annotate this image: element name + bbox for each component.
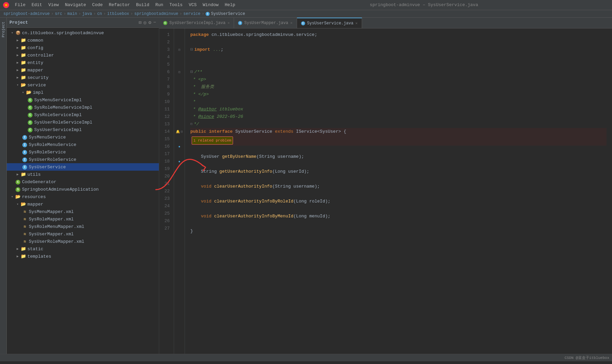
tree-item-mapper[interactable]: ▶ 📁 mapper <box>7 66 159 74</box>
fold-icon-6[interactable]: ⊟ <box>178 70 180 74</box>
tree-label-SysMenuServiceImpl: SysMenuServiceImpl <box>34 98 82 103</box>
menu-view[interactable]: View <box>45 2 61 8</box>
menu-run[interactable]: Run <box>153 2 166 8</box>
menu-code[interactable]: Code <box>89 2 105 8</box>
menu-vcs[interactable]: VCS <box>186 2 199 8</box>
breadcrumb-sep-4: › <box>93 12 96 16</box>
tree-item-entity[interactable]: ▶ 📁 entity <box>7 59 159 66</box>
impl-icon-16[interactable]: ● <box>178 145 180 149</box>
tree-item-SysRoleMenuServiceImpl[interactable]: C SysRoleMenuServiceImpl <box>7 104 159 111</box>
tree-item-SysRoleMapper-xml[interactable]: ≋ SysRoleMapper.xml <box>7 215 159 223</box>
fold-icon-import[interactable]: ⊟ <box>178 48 180 52</box>
tree-item-SysUserServiceImpl[interactable]: C SysUserServiceImpl <box>7 126 159 133</box>
folder-mapper-res-icon: 📂 <box>20 201 26 207</box>
menu-refactor[interactable]: Refactor <box>106 2 132 8</box>
tree-item-SysMenuService[interactable]: I SysMenuService <box>7 133 159 141</box>
tree-item-templates[interactable]: ▶ 📁 templates <box>7 253 159 260</box>
tree-item-service[interactable]: ▾ 📂 service <box>7 81 159 89</box>
tree-item-SysMenuServiceImpl[interactable]: C SysMenuServiceImpl <box>7 96 159 104</box>
breadcrumb-cn[interactable]: cn <box>97 12 102 16</box>
breadcrumb-service[interactable]: service <box>183 12 200 16</box>
tree-item-SysUserService[interactable]: I SysUserService <box>7 163 159 171</box>
tree-item-common[interactable]: ▶ 📁 common <box>7 37 159 44</box>
tree-item-SysUserMapper-xml[interactable]: ≋ SysUserMapper.xml <box>7 230 159 238</box>
tree-item-SysUserRoleService[interactable]: I SysUserRoleService <box>7 156 159 163</box>
java-iface-icon-5: I <box>22 164 28 170</box>
menu-tools[interactable]: Tools <box>167 2 185 8</box>
fold-icon-14[interactable]: ⊟ <box>181 130 183 134</box>
breadcrumb-main[interactable]: main <box>67 12 77 16</box>
code-line-4 <box>190 53 607 61</box>
breadcrumb-sysuserservice[interactable]: SysUserService <box>211 12 245 16</box>
tree-item-SysMenuMapper-xml[interactable]: ≋ SysMenuMapper.xml <box>7 208 159 215</box>
tree-label-controller: controller <box>27 53 54 58</box>
menu-help[interactable]: Help <box>222 2 238 8</box>
tree-item-CodeGenerator[interactable]: C CodeGenerator <box>7 178 159 186</box>
menu-file[interactable]: File <box>12 2 28 8</box>
tree-item-SysRoleServiceImpl[interactable]: C SysRoleServiceImpl <box>7 111 159 119</box>
implement-icon-14[interactable]: 🔔 <box>176 130 180 134</box>
collapse-all-icon[interactable]: ⊟ <box>139 20 141 25</box>
code-content[interactable]: package cn.itbluebox.springbootadminvue.… <box>185 28 612 354</box>
code-line-24: void clearUserAuthorityInfoByMenuId(Long… <box>190 213 607 220</box>
tree-label-SysRoleMenuMapper-xml: SysRoleMenuMapper.xml <box>29 224 84 229</box>
tab-SysUserService[interactable]: I SysUserService.java ✕ <box>297 18 362 28</box>
breadcrumb-project[interactable]: springboot-adminvue <box>3 12 50 16</box>
menu-bar: File Edit View Navigate Code Refactor Bu… <box>0 0 612 10</box>
breadcrumb-itbluebox[interactable]: itbluebox <box>107 12 129 16</box>
menu-navigate[interactable]: Navigate <box>62 2 89 8</box>
tree-arrow-config: ▶ <box>15 46 20 50</box>
folder-entity-icon: 📁 <box>20 60 26 65</box>
tree-item-utils[interactable]: ▶ 📁 utils <box>7 171 159 178</box>
code-line-21 <box>190 190 607 198</box>
tree-item-SysRoleService[interactable]: I SysRoleService <box>7 148 159 156</box>
tree-root-package[interactable]: ▾ 📦 cn.itbluebox.springbootadminvue <box>7 29 159 37</box>
tab-close-3[interactable]: ✕ <box>355 21 358 25</box>
tree-item-mapper-res[interactable]: ▾ 📂 mapper <box>7 200 159 208</box>
java-iface-icon-4: I <box>22 157 28 162</box>
tree-arrow-controller: ▶ <box>15 53 20 57</box>
panel-label-project[interactable]: Project <box>1 20 6 39</box>
tree-item-config[interactable]: ▶ 📁 config <box>7 44 159 51</box>
tree-item-SysUserRoleMapper-xml[interactable]: ≋ SysUserRoleMapper.xml <box>7 238 159 245</box>
fold-import-icon[interactable]: ⊟ <box>190 46 193 53</box>
tab-close-2[interactable]: ✕ <box>290 21 293 25</box>
tab-icon-3: I <box>301 21 305 25</box>
breadcrumb-java[interactable]: java <box>82 12 92 16</box>
tree-arrow-impl: ▾ <box>20 90 26 94</box>
tree-item-SysUserRoleServiceImpl[interactable]: C SysUserRoleServiceImpl <box>7 119 159 126</box>
breadcrumb-service-icon: I <box>206 12 210 16</box>
tab-close-1[interactable]: ✕ <box>228 21 230 25</box>
tree-item-static[interactable]: ▶ 📁 static <box>7 245 159 253</box>
menu-build[interactable]: Build <box>133 2 152 8</box>
tree-item-controller[interactable]: ▶ 📁 controller <box>7 51 159 59</box>
tree-item-SysRoleMenuMapper-xml[interactable]: ≋ SysRoleMenuMapper.xml <box>7 223 159 230</box>
code-line-13: ⊟ */ <box>190 121 607 128</box>
settings-icon[interactable]: ⚙ <box>148 20 151 25</box>
tree-item-impl[interactable]: ▾ 📂 impl <box>7 89 159 96</box>
menu-edit[interactable]: Edit <box>29 2 45 8</box>
impl-icon-18[interactable]: ● <box>178 160 180 164</box>
sidebar-title: Project <box>9 20 28 25</box>
tree-item-security[interactable]: ▶ 📁 security <box>7 74 159 81</box>
tree-label-SysUserRoleMapper-xml: SysUserRoleMapper.xml <box>29 239 84 244</box>
java-iface-icon-1: I <box>22 134 28 140</box>
breadcrumb-springbootadminvue[interactable]: springbootadminvue <box>134 12 178 16</box>
tab-SysUserServiceImpl[interactable]: C SysUserServiceImpl.java ✕ <box>159 18 234 28</box>
tree-item-resources[interactable]: ▾ 📂 resources <box>7 193 159 200</box>
close-sidebar-icon[interactable]: − <box>153 20 156 25</box>
code-line-19 <box>190 175 607 183</box>
locate-icon[interactable]: ◎ <box>144 20 146 25</box>
tab-SysUserMapper[interactable]: I SysUserMapper.java ✕ <box>234 18 297 28</box>
tree-label-SysMenuService: SysMenuService <box>29 135 66 140</box>
menu-window[interactable]: Window <box>200 2 221 8</box>
tree-item-SysRoleMenuService[interactable]: I SysRoleMenuService <box>7 141 159 148</box>
fold-javadoc-icon[interactable]: ⊟ <box>190 68 193 76</box>
breadcrumb-src[interactable]: src <box>55 12 62 16</box>
breadcrumb-sep-2: › <box>64 12 66 16</box>
java-class-icon-1: C <box>27 97 33 103</box>
tree-item-SpringbootApp[interactable]: S SpringbootAdminvueApplication <box>7 186 159 193</box>
code-line-22: void clearUserAuthorityInfoByRoleId(Long… <box>190 198 607 205</box>
xml-icon-1: ≋ <box>22 209 28 214</box>
code-line-2 <box>190 39 607 46</box>
